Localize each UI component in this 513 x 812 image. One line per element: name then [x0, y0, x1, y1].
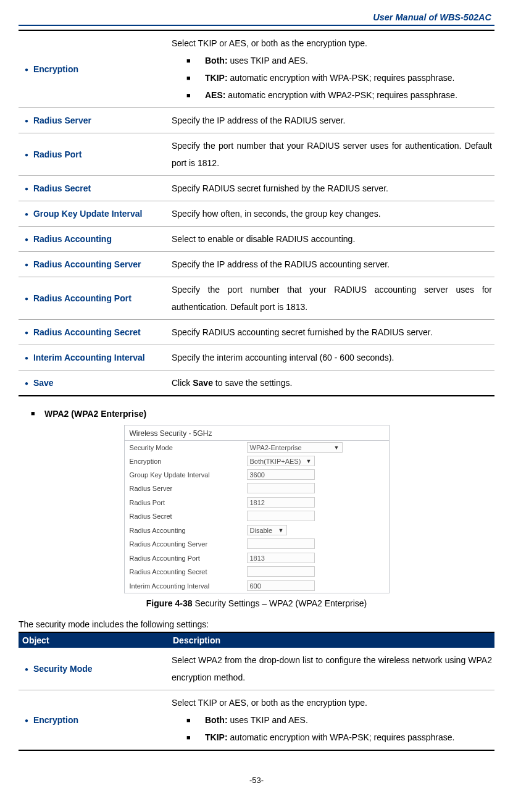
panel-row-label: Radius Accounting Port: [130, 555, 247, 562]
panel-select[interactable]: WPA2-Enterprise▼: [247, 442, 343, 453]
table2-bottom-border: [19, 750, 494, 751]
panel-input[interactable]: 3600: [247, 469, 315, 480]
table-row: ● Radius Accounting Select to enable or …: [19, 226, 494, 251]
panel-row: Radius Accounting Port1813: [125, 551, 389, 565]
panel-row-label: Radius Port: [130, 499, 247, 506]
table-row: ● Encryption Select TKIP or AES, or both…: [19, 690, 494, 750]
chevron-down-icon: ▼: [306, 458, 312, 464]
panel-row: Radius Server: [125, 482, 389, 496]
obj-label: Radius Accounting Port: [33, 293, 131, 303]
obj-label: Radius Accounting: [33, 234, 112, 244]
panel-row: Radius Secret: [125, 509, 389, 524]
panel-input[interactable]: 1812: [247, 497, 315, 508]
panel-select-value: Disable: [250, 527, 273, 534]
header-object: Object: [19, 633, 169, 648]
table-row: ● Radius Accounting Secret Specify RADIU…: [19, 319, 494, 345]
table-header-row: Object Description: [19, 633, 494, 648]
obj-label: Encryption: [33, 715, 78, 725]
obj-desc: Click Save to save the settings.: [169, 370, 494, 395]
panel-input[interactable]: [247, 566, 315, 577]
obj-label: Radius Accounting Secret: [33, 327, 141, 337]
panel-select[interactable]: Both(TKIP+AES)▼: [247, 456, 315, 466]
obj-desc: Select to enable or disable RADIUS accou…: [169, 226, 494, 251]
panel-select-value: Both(TKIP+AES): [250, 458, 301, 465]
obj-label: Interim Accounting Interval: [33, 353, 145, 362]
panel-row: Interim Accounting Interval600: [125, 579, 389, 593]
panel-row-label: Radius Accounting Secret: [130, 568, 247, 576]
header-description: Description: [169, 633, 494, 648]
obj-label: Group Key Update Interval: [33, 209, 143, 219]
obj-desc: Specify the interim accounting interval …: [169, 345, 494, 370]
page-number: -53-: [19, 776, 494, 785]
chevron-down-icon: ▼: [334, 445, 340, 451]
obj-label: Encryption: [33, 64, 78, 74]
obj-desc: Specify the port number that your RADIUS…: [169, 277, 494, 319]
header-divider: [19, 25, 494, 26]
panel-row: Security ModeWPA2-Enterprise▼: [125, 441, 389, 454]
panel-title: Wireless Security - 5GHz: [125, 425, 389, 441]
table-bottom-border: [19, 395, 494, 396]
figure-caption: Figure 4-38 Security Settings – WPA2 (WP…: [19, 598, 494, 608]
obj-desc: Select TKIP or AES, or both as the encry…: [169, 31, 494, 108]
table-row: ● Radius Accounting Port Specify the por…: [19, 277, 494, 319]
panel-row-label: Encryption: [130, 458, 247, 465]
obj-desc: Specify the port number that your RADIUS…: [169, 133, 494, 175]
obj-label: Radius Port: [33, 149, 82, 159]
panel-select[interactable]: Disable▼: [247, 525, 287, 535]
obj-desc: Specify RADIUS accounting secret furnish…: [169, 319, 494, 345]
panel-row-label: Radius Accounting: [130, 527, 247, 534]
obj-desc: Specify the IP address of the RADIUS ser…: [169, 107, 494, 133]
table-row: ● Radius Accounting Server Specify the I…: [19, 251, 494, 277]
panel-row-label: Radius Secret: [130, 513, 247, 520]
settings-table-2: Object Description ● Security Mode Selec…: [19, 633, 494, 750]
table-row: ● Interim Accounting Interval Specify th…: [19, 345, 494, 370]
table-row: ● Save Click Save to save the settings.: [19, 370, 494, 395]
panel-row: Radius AccountingDisable▼: [125, 524, 389, 537]
obj-label: Radius Accounting Server: [33, 259, 141, 269]
obj-desc: Specify how often, in seconds, the group…: [169, 201, 494, 226]
panel-row: Radius Accounting Server: [125, 537, 389, 551]
obj-label: Radius Secret: [33, 183, 91, 193]
panel-row: Group Key Update Interval3600: [125, 468, 389, 482]
panel-row: Radius Port1812: [125, 496, 389, 509]
panel-input[interactable]: [247, 511, 315, 521]
obj-label: Radius Server: [33, 115, 91, 125]
page-title: User Manual of WBS-502AC: [19, 12, 494, 22]
panel-row-label: Radius Accounting Server: [130, 540, 247, 548]
obj-label: Save: [33, 378, 54, 388]
obj-label: Security Mode: [33, 664, 93, 674]
section-heading: WPA2 (WPA2 Enterprise): [25, 409, 494, 419]
panel-input[interactable]: [247, 483, 315, 493]
obj-desc: Select WPA2 from the drop-down list to c…: [169, 648, 494, 690]
table-row: ● Security Mode Select WPA2 from the dro…: [19, 648, 494, 690]
panel-row-label: Interim Accounting Interval: [130, 582, 247, 590]
panel-row-label: Radius Server: [130, 485, 247, 492]
panel-input[interactable]: [247, 538, 315, 549]
table-row: ● Encryption Select TKIP or AES, or both…: [19, 31, 494, 108]
panel-row-label: Security Mode: [130, 444, 247, 451]
settings-table-1: ● Encryption Select TKIP or AES, or both…: [19, 31, 494, 395]
panel-row: Radius Accounting Secret: [125, 565, 389, 579]
obj-desc: Specify the IP address of the RADIUS acc…: [169, 251, 494, 277]
panel-input[interactable]: 600: [247, 580, 315, 591]
obj-desc: Select TKIP or AES, or both as the encry…: [169, 690, 494, 750]
panel-row-label: Group Key Update Interval: [130, 471, 247, 479]
panel-select-value: WPA2-Enterprise: [250, 444, 302, 451]
intro-line: The security mode includes the following…: [19, 619, 494, 629]
figure-wrap: Wireless Security - 5GHz Security ModeWP…: [19, 425, 494, 593]
table-row: ● Radius Secret Specify RADIUS secret fu…: [19, 175, 494, 201]
page: User Manual of WBS-502AC ● Encryption Se…: [0, 0, 513, 810]
settings-panel: Wireless Security - 5GHz Security ModeWP…: [124, 425, 390, 593]
table-row: ● Group Key Update Interval Specify how …: [19, 201, 494, 226]
panel-row: EncryptionBoth(TKIP+AES)▼: [125, 454, 389, 468]
chevron-down-icon: ▼: [278, 527, 284, 534]
table-row: ● Radius Server Specify the IP address o…: [19, 107, 494, 133]
obj-desc: Specify RADIUS secret furnished by the R…: [169, 175, 494, 201]
table-row: ● Radius Port Specify the port number th…: [19, 133, 494, 175]
panel-input[interactable]: 1813: [247, 553, 315, 563]
